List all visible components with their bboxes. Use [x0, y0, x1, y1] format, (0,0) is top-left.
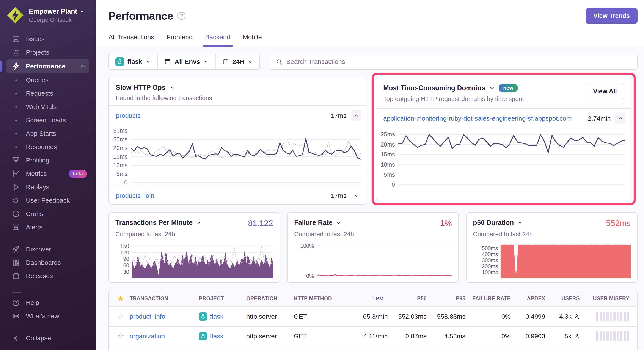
sidebar-item-whats-new[interactable]: What's new — [6, 309, 89, 323]
issues-icon — [12, 35, 20, 43]
failure-rate-subtitle: Compared to last 24h — [294, 231, 452, 238]
sidebar-item-projects[interactable]: Projects — [6, 46, 89, 59]
sidebar-item-alerts[interactable]: Alerts — [6, 220, 89, 234]
col-tpm[interactable]: TPM↓ — [343, 295, 390, 302]
megaphone-icon — [12, 196, 20, 205]
sidebar-collapse-button[interactable]: Collapse — [6, 331, 89, 345]
domain-link[interactable]: application-monitoring-ruby-dot-sales-en… — [383, 115, 572, 122]
col-p50[interactable]: P50 — [390, 295, 429, 301]
calendar-icon — [222, 58, 229, 65]
sidebar-item-releases[interactable]: Releases — [6, 269, 89, 283]
tpm-card: Transactions Per Minute 81.122 Compared … — [108, 212, 280, 283]
bullet-icon — [15, 133, 17, 134]
project-cell[interactable]: flask — [196, 312, 244, 321]
profiling-icon — [12, 156, 20, 165]
col-apdex[interactable]: APDEX — [513, 295, 548, 301]
sidebar-item-performance[interactable]: Performance — [6, 59, 89, 73]
sidebar-item-web-vitals[interactable]: Web Vitals — [6, 100, 89, 114]
col-users[interactable]: USERS — [548, 295, 582, 301]
col-project[interactable]: PROJECT — [196, 295, 244, 301]
user-name: George Gritsouk — [29, 17, 84, 23]
transaction-link[interactable]: organization — [127, 332, 196, 340]
failure-rate-cell: 0% — [468, 313, 513, 320]
p95-cell: 4.53ms — [429, 332, 468, 340]
view-all-button[interactable]: View All — [586, 84, 624, 99]
chevron-down-icon — [517, 220, 523, 225]
sidebar-item-replays[interactable]: Replays — [6, 180, 89, 194]
star-icon[interactable]: ★ — [114, 294, 127, 303]
table-row-partial — [109, 346, 637, 350]
col-transaction[interactable]: TRANSACTION — [127, 295, 196, 301]
sidebar-item-requests[interactable]: Requests — [6, 87, 89, 100]
search-input[interactable] — [286, 58, 632, 65]
replays-icon — [12, 183, 20, 191]
search-box — [270, 54, 638, 70]
collapse-row-button[interactable] — [351, 111, 361, 121]
sidebar-item-metrics[interactable]: Metrics beta — [6, 167, 89, 180]
sidebar-item-crons[interactable]: Crons — [6, 207, 89, 220]
tpm-value: 81.122 — [248, 219, 273, 228]
sidebar-item-app-starts[interactable]: App Starts — [6, 127, 89, 140]
p50-title[interactable]: p50 Duration — [473, 219, 514, 227]
p95-cell: 558.83ms — [429, 313, 468, 320]
col-p95[interactable]: P95 — [429, 295, 468, 301]
products-join-duration: 17ms — [331, 192, 346, 199]
col-user-misery[interactable]: USER MISERY — [582, 295, 632, 301]
domain-time-spent[interactable]: 2.74min — [588, 115, 611, 122]
environment-filter[interactable]: All Envs — [157, 54, 215, 70]
sidebar-item-resources[interactable]: Resources — [6, 140, 89, 154]
bullet-icon — [15, 93, 17, 94]
org-name: Empower Plant — [29, 8, 77, 15]
star-outline-icon[interactable]: ☆ — [114, 312, 127, 321]
project-filter[interactable]: flask — [109, 54, 157, 70]
expand-row-button[interactable] — [351, 191, 361, 201]
transaction-link[interactable]: product_info — [127, 313, 196, 320]
sidebar-item-profiling[interactable]: Profiling — [6, 154, 89, 167]
col-operation[interactable]: OPERATION — [244, 295, 291, 301]
org-switcher[interactable]: Empower Plant George Gritsouk — [0, 0, 96, 29]
sidebar-item-screen-loads[interactable]: Screen Loads — [6, 114, 89, 127]
tab-bar: All Transactions Frontend Backend Mobile — [108, 34, 638, 46]
products-join-link[interactable]: products_join — [116, 192, 154, 199]
page-title: Performance — [108, 10, 173, 22]
domains-title[interactable]: Most Time-Consuming Domains — [383, 84, 485, 92]
slow-http-ops-title[interactable]: Slow HTTP Ops — [116, 84, 166, 92]
telescope-icon — [12, 245, 20, 253]
tpm-subtitle: Compared to last 24h — [116, 231, 273, 238]
project-cell[interactable]: flask — [196, 332, 244, 340]
chevron-down-icon — [489, 85, 495, 91]
tab-backend[interactable]: Backend — [205, 34, 230, 46]
col-http-method[interactable]: HTTP METHOD — [291, 295, 343, 301]
failure-rate-chart: 100%0% — [294, 242, 452, 278]
star-outline-icon[interactable]: ☆ — [114, 332, 127, 341]
performance-icon — [12, 62, 20, 71]
failure-rate-title[interactable]: Failure Rate — [294, 219, 332, 227]
sidebar-item-dashboards[interactable]: Dashboards — [6, 256, 89, 269]
chevron-up-icon — [618, 116, 623, 121]
sidebar-item-user-feedback[interactable]: User Feedback — [6, 194, 89, 207]
sidebar-item-queries[interactable]: Queries — [6, 73, 89, 87]
chevron-down-icon — [248, 59, 253, 64]
date-range-filter[interactable]: 24H — [215, 54, 260, 70]
bullet-icon — [15, 79, 17, 81]
tpm-cell: 4.11/min — [343, 332, 390, 340]
page-help-icon[interactable]: ? — [178, 12, 186, 20]
new-badge: new — [499, 84, 518, 92]
sidebar-item-issues[interactable]: Issues — [6, 32, 89, 46]
view-trends-button[interactable]: View Trends — [586, 8, 638, 24]
beta-badge: beta — [68, 170, 87, 178]
col-failure-rate[interactable]: FAILURE RATE — [468, 295, 513, 301]
transaction-row-products: products 17ms — [109, 106, 367, 126]
tab-frontend[interactable]: Frontend — [167, 34, 192, 46]
p50-cell: 0.87ms — [390, 332, 429, 340]
tpm-title[interactable]: Transactions Per Minute — [116, 219, 192, 227]
tab-all-transactions[interactable]: All Transactions — [108, 34, 154, 46]
products-link[interactable]: products — [116, 112, 140, 119]
tab-mobile[interactable]: Mobile — [243, 34, 262, 46]
sidebar-item-help[interactable]: Help — [6, 296, 89, 309]
most-time-consuming-domains-card: Most Time-Consuming Domains new Top outg… — [376, 77, 632, 201]
sidebar-item-discover[interactable]: Discover — [6, 242, 89, 256]
collapse-row-button[interactable] — [615, 113, 626, 124]
users-cell: 5k — [548, 332, 582, 340]
releases-icon — [12, 272, 20, 280]
